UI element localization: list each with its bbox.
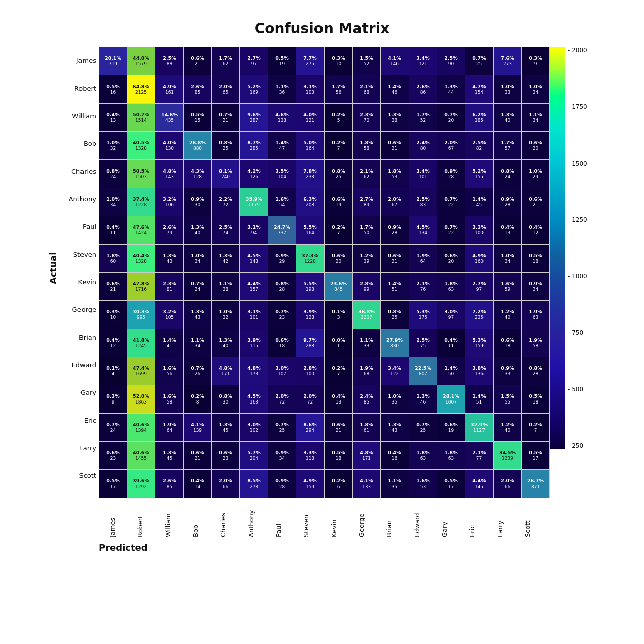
cell-count: 18 [505, 343, 510, 349]
cell-percent: 0.9% [388, 224, 401, 230]
matrix-cell: 64.8%2125 [127, 75, 155, 103]
cell-percent: 1.3% [163, 253, 176, 258]
matrix-cell: 37.4%1228 [127, 188, 155, 216]
cell-count: 8 [196, 399, 199, 405]
matrix-cell: 1.3%43 [155, 245, 183, 272]
cell-percent: 0.5% [529, 393, 542, 399]
cell-count: 61 [364, 428, 369, 433]
cell-percent: 4.5% [247, 393, 260, 399]
cell-percent: 2.6% [416, 84, 429, 89]
matrix-cell: 0.7%20 [437, 104, 465, 131]
matrix-cell: 1.1%38 [212, 273, 239, 300]
cell-count: 19 [279, 61, 285, 67]
row-label: Steven [58, 240, 96, 268]
matrix-cell: 0.5%19 [268, 47, 296, 75]
cell-count: 65 [223, 90, 228, 95]
matrix-cell: 6.3%208 [296, 188, 324, 216]
matrix-cell: 2.1%62 [353, 160, 380, 188]
matrix-cell: 34.5%1239 [494, 442, 521, 469]
matrix-cell: 7.6%273 [494, 47, 521, 75]
cell-count: 154 [475, 90, 484, 95]
matrix-cell: 4.3%128 [184, 160, 211, 188]
matrix-cell: 0.4%13 [325, 385, 352, 413]
col-label: Charles [209, 500, 237, 540]
cell-count: 146 [390, 61, 399, 67]
colorbar-tick: - 1250 [568, 216, 587, 223]
matrix-cell: 3.4%121 [409, 47, 437, 75]
matrix-cell: 4.8%171 [353, 442, 380, 469]
matrix-cell: 1.3%45 [155, 442, 183, 469]
cell-percent: 0.7% [275, 309, 288, 314]
cell-count: 22 [448, 202, 454, 208]
matrix-cell: 2.0%66 [494, 470, 521, 498]
matrix-cell: 0.7%25 [409, 414, 437, 441]
cell-percent: 0.1% [332, 309, 345, 314]
cell-count: 1716 [135, 287, 147, 292]
cell-count: 53 [392, 174, 397, 180]
matrix-cell: 0.6%21 [184, 442, 211, 469]
matrix-cell: 3.9%128 [296, 301, 324, 329]
cell-count: 18 [533, 259, 538, 264]
cell-percent: 0.1% [106, 365, 119, 371]
cell-percent: 40.6% [133, 422, 149, 427]
cell-percent: 1.4% [275, 140, 288, 145]
matrix-cell: 1.8%58 [353, 132, 380, 159]
cell-percent: 2.6% [191, 84, 204, 89]
cell-percent: 5.0% [303, 140, 316, 145]
matrix-cell: 28.1%1007 [437, 385, 465, 413]
cell-count: 1424 [135, 230, 147, 236]
cell-percent: 4.9% [472, 253, 486, 258]
cell-count: 62 [364, 174, 369, 180]
cell-percent: 4.1% [388, 55, 401, 61]
cell-percent: 4.8% [163, 168, 176, 174]
cell-percent: 5.2% [247, 84, 260, 89]
cell-count: 100 [306, 371, 314, 377]
matrix-cell: 1.6%58 [155, 385, 183, 413]
matrix-cell: 3.3%118 [296, 442, 324, 469]
matrix-cell: 0.8%24 [494, 160, 521, 188]
matrix-cell: 1.1%36 [268, 75, 296, 103]
cell-count: 105 [165, 315, 174, 320]
matrix-cell: 1.7%50 [353, 216, 380, 244]
cell-count: 198 [306, 287, 314, 292]
cell-count: 9 [534, 61, 537, 67]
matrix-cell: 2.6%85 [184, 75, 211, 103]
cell-count: 45 [476, 202, 482, 208]
matrix-cell: 22.5%807 [409, 357, 437, 385]
cell-percent: 4.6% [275, 112, 288, 117]
matrix-cell: 2.2%72 [212, 188, 239, 216]
cell-percent: 23.6% [330, 281, 347, 286]
cell-count: 136 [475, 371, 484, 377]
cell-count: 18 [279, 343, 285, 349]
cell-count: 25 [476, 61, 482, 67]
matrix-cell: 1.3%43 [381, 414, 409, 441]
cell-count: 24 [110, 428, 116, 433]
matrix-cell: 1.3%40 [184, 216, 211, 244]
matrix-cell: 2.1%68 [353, 75, 380, 103]
cell-percent: 7.2% [472, 309, 486, 314]
col-label: Larry [486, 500, 514, 540]
col-label: Steven [292, 500, 320, 540]
cell-count: 47 [279, 146, 285, 151]
row-label: William [58, 102, 96, 130]
matrix-cell: 0.9%30 [184, 188, 211, 216]
chart-container: Confusion Matrix Actual JamesRobertWilli… [45, 20, 599, 624]
cell-count: 83 [420, 202, 426, 208]
cell-count: 133 [362, 484, 371, 490]
cell-count: 25 [336, 174, 341, 180]
cell-count: 139 [193, 428, 202, 433]
cell-count: 1179 [248, 202, 260, 208]
matrix-cell: 4.1%146 [381, 47, 409, 75]
cell-count: 24 [110, 174, 116, 180]
cell-count: 81 [167, 287, 172, 292]
cell-percent: 0.5% [529, 450, 542, 455]
cell-count: 288 [306, 343, 314, 349]
row-label: Eric [58, 407, 96, 434]
cell-count: 20 [336, 259, 341, 264]
cell-count: 23 [279, 315, 285, 320]
matrix-cell: 3.9%115 [240, 329, 268, 357]
matrix-cell: 2.0%72 [296, 385, 324, 413]
row-labels: JamesRobertWilliamBobCharlesAnthonyPaulS… [58, 47, 99, 490]
matrix-cell: 2.5%90 [437, 47, 465, 75]
cell-percent: 1.1% [191, 337, 204, 343]
